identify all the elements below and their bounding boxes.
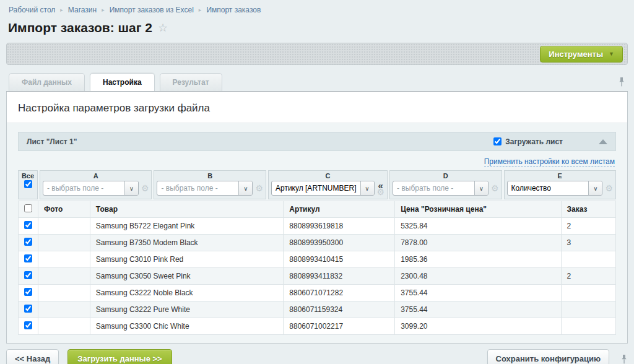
gear-icon[interactable]: ⚙ (605, 185, 613, 191)
cell-photo (38, 251, 90, 268)
tab-active[interactable]: Настройка (90, 73, 155, 91)
table-row: Samsung C3050 Sweet Pink8808993411832230… (19, 268, 616, 285)
cell-order: 2 (561, 268, 615, 285)
chevron-down-icon: ∨ (124, 181, 138, 195)
cell-sku: 8808993950300 (284, 235, 395, 251)
breadcrumb-link[interactable]: Рабочий стол (9, 6, 55, 14)
breadcrumb: Рабочий стол▸Магазин▸Импорт заказов из E… (0, 0, 634, 14)
field-select-value: Артикул [ARTNUMBER] (272, 184, 360, 193)
gear-icon[interactable]: ⚙ (491, 185, 499, 191)
row-checkbox[interactable] (24, 288, 32, 296)
table-row: Samsung C3222 Pure White8806071159324375… (19, 301, 616, 318)
chevron-down-icon: ∨ (588, 181, 602, 195)
tab-inactive[interactable]: Результат (160, 73, 222, 91)
field-select-value: - выбрать поле - (393, 184, 474, 193)
section-heading: Настройка параметров загрузки файла (18, 102, 616, 115)
cell-order (561, 318, 615, 335)
column-mapping-cell: CАртикул [ARTNUMBER]∨«⚙ (268, 170, 388, 199)
gear-icon[interactable]: ⚙ (141, 185, 149, 191)
cell-photo (38, 218, 90, 235)
breadcrumb-separator-icon: ▸ (60, 7, 63, 13)
select-all-label: Все (21, 172, 35, 180)
load-data-button[interactable]: Загрузить данные >> (67, 349, 172, 364)
cell-product: Samsung C3300 Chic White (90, 318, 283, 335)
toolbar: Инструменты ▼ (6, 43, 628, 65)
column-mapping-cell: A- выбрать поле -∨⚙ (40, 170, 152, 199)
column-mapping-cell: EКоличество∨⚙ (504, 170, 616, 199)
chevron-down-icon: ▼ (609, 51, 614, 57)
row-checkbox[interactable] (24, 221, 32, 229)
cell-order: 3 (561, 235, 615, 251)
cell-order: 2 (561, 218, 615, 235)
cell-photo (38, 301, 90, 318)
save-configuration-button[interactable]: Сохранить конфигурацию (487, 349, 609, 364)
favorite-star-icon[interactable]: ☆ (158, 21, 168, 35)
select-all-cell: Все (18, 170, 38, 199)
field-select[interactable]: - выбрать поле -∨ (393, 181, 489, 196)
apply-to-all-sheets-link[interactable]: Применить настройки ко всем листам (484, 157, 615, 167)
back-button[interactable]: << Назад (6, 349, 59, 364)
pin-icon[interactable] (620, 354, 628, 364)
tools-button[interactable]: Инструменты ▼ (540, 46, 623, 63)
cell-product: Samsung C3222 Pure White (90, 301, 283, 318)
breadcrumb-link[interactable]: Импорт заказов из Excel (110, 6, 194, 14)
cell-order (561, 301, 615, 318)
tools-button-label: Инструменты (549, 50, 603, 59)
cell-photo (38, 268, 90, 285)
row-checkbox[interactable] (24, 305, 32, 313)
row-checkbox[interactable] (24, 238, 32, 246)
row-checkbox[interactable] (24, 254, 32, 262)
footer-bar: << Назад Загрузить данные >> Сохранить к… (6, 349, 628, 364)
table-row: Samsung C3222 Noble Black880607107128237… (19, 285, 616, 301)
cell-price: 3099.20 (395, 318, 561, 335)
load-data-label: Загрузить данные >> (77, 354, 162, 363)
load-sheet-toggle[interactable]: Загружать лист (493, 137, 563, 146)
load-sheet-label: Загружать лист (505, 137, 563, 146)
table-row: Samsung C3300 Chic White8806071002217309… (19, 318, 616, 335)
breadcrumb-link[interactable]: Магазин (68, 6, 97, 14)
column-header: Артикул (284, 201, 395, 218)
column-header: Фото (38, 201, 90, 218)
cell-sku: 8808993619818 (284, 218, 395, 235)
row-checkbox[interactable] (24, 271, 32, 279)
gear-icon[interactable]: ⚙ (377, 189, 385, 195)
field-select[interactable]: - выбрать поле -∨ (157, 181, 253, 196)
cell-product: Samsung B5722 Elegant Pink (90, 218, 283, 235)
chevron-down-icon: ∨ (474, 181, 488, 195)
sheet-title: Лист "Лист 1" (27, 137, 493, 146)
breadcrumb-separator-icon: ▸ (102, 7, 105, 13)
gear-icon[interactable]: ⚙ (255, 185, 263, 191)
cell-sku: 8808993411832 (284, 268, 395, 285)
field-select[interactable]: Артикул [ARTNUMBER]∨ (271, 181, 375, 196)
cell-sku: 8806071071282 (284, 285, 395, 301)
cell-price: 3755.44 (395, 301, 561, 318)
main-panel: Настройка параметров загрузки файла Лист… (6, 91, 628, 344)
breadcrumb-separator-icon: ▸ (199, 7, 202, 13)
cell-photo (38, 285, 90, 301)
column-letter: A (43, 172, 149, 180)
cell-price: 1985.36 (395, 251, 561, 268)
mapping-row: Все A- выбрать поле -∨⚙B- выбрать поле -… (18, 170, 616, 199)
header-checkbox[interactable] (24, 204, 32, 212)
cell-order (561, 285, 615, 301)
select-all-checkbox[interactable] (24, 180, 32, 188)
column-letter: E (507, 172, 613, 180)
field-select[interactable]: Количество∨ (507, 181, 603, 196)
cell-price: 3755.44 (395, 285, 561, 301)
cell-price: 5325.84 (395, 218, 561, 235)
tab-inactive[interactable]: Файл данных (9, 73, 85, 91)
cell-photo (38, 235, 90, 251)
cell-photo (38, 318, 90, 335)
column-mapping-cell: D- выбрать поле -∨⚙ (389, 170, 502, 199)
collapse-sheet-icon[interactable] (599, 139, 607, 144)
row-checkbox[interactable] (24, 321, 32, 329)
breadcrumb-link[interactable]: Импорт заказов (206, 6, 261, 14)
load-sheet-checkbox[interactable] (493, 137, 502, 145)
field-select[interactable]: - выбрать поле -∨ (43, 181, 139, 196)
table-row: Samsung C3010 Pink Red88089934104151985.… (19, 251, 616, 268)
tab-bar: Файл данныхНастройкаРезультат (0, 73, 634, 91)
cell-sku: 8806071002217 (284, 318, 395, 335)
column-letter: B (157, 172, 263, 180)
pin-icon[interactable] (618, 77, 625, 87)
cell-order (561, 251, 615, 268)
